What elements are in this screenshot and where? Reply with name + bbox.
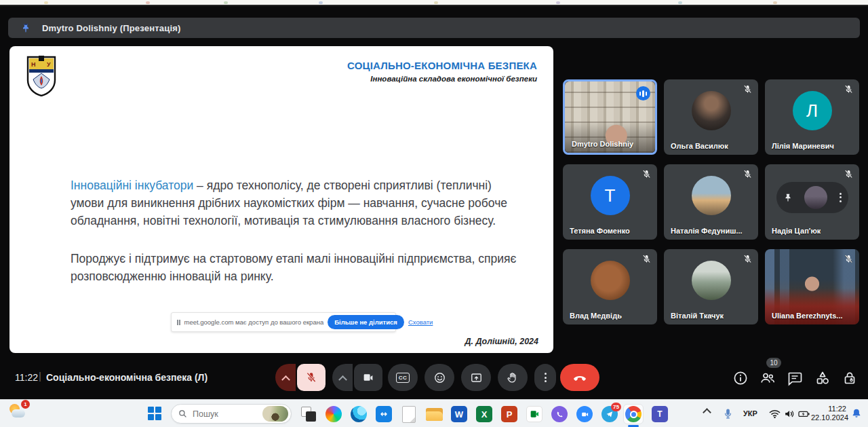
avatar (692, 261, 731, 300)
powerpoint-button[interactable]: P (499, 404, 519, 424)
slide-credit: Д. Долішній, 2024 (465, 337, 538, 346)
people-icon[interactable] (760, 370, 776, 386)
meeting-title: Соціально-економічна безпека (Л) (46, 372, 208, 383)
teams-button[interactable]: T (650, 404, 670, 424)
participant-name: Ольга Василюк (671, 142, 728, 150)
camera-button[interactable] (354, 364, 382, 391)
excel-button[interactable]: X (474, 404, 494, 424)
mic-off-icon (844, 254, 854, 264)
tab-favicon (773, 1, 777, 4)
more-options-button[interactable] (534, 364, 556, 391)
avatar (692, 176, 731, 215)
participant-tile-vitalii[interactable]: Віталій Ткачук (664, 249, 758, 324)
participant-name: Тетяна Фоменко (570, 227, 630, 235)
speaker-icon[interactable] (783, 407, 796, 420)
zoom-button[interactable] (574, 404, 595, 424)
search-icon (178, 409, 187, 418)
more-options-icon[interactable] (840, 193, 842, 202)
captions-button[interactable]: CC (388, 364, 418, 391)
smiley-icon (433, 371, 446, 384)
screen-share-notice: meet.google.com має доступ до вашого екр… (171, 312, 396, 332)
meet-app-button[interactable] (524, 404, 545, 424)
zoom-icon (576, 406, 593, 422)
task-view-icon (301, 407, 316, 422)
share-notice-message: meet.google.com має доступ до вашого екр… (184, 318, 324, 326)
slide-term-highlight: Інноваційні інкубатори (71, 179, 193, 192)
teamviewer-icon (376, 406, 392, 422)
copilot-button[interactable] (323, 404, 344, 424)
tray-time: 11:22 (811, 405, 846, 413)
viber-button[interactable] (549, 404, 570, 424)
word-button[interactable]: W (449, 404, 469, 424)
telegram-button[interactable]: 75 (599, 404, 620, 424)
stop-sharing-button[interactable]: Більше не ділитися (328, 315, 404, 329)
chrome-icon (625, 406, 642, 422)
chrome-button[interactable] (623, 404, 644, 424)
telegram-badge: 75 (611, 403, 621, 411)
mic-off-icon (743, 254, 753, 264)
present-screen-button[interactable] (461, 364, 491, 391)
avatar-initial: Л (806, 100, 818, 122)
participant-name: Uliana Berezhnyts... (772, 312, 843, 320)
participant-tile-vlad[interactable]: Влад Медвідь (563, 249, 657, 324)
participant-tile-nadiia[interactable]: Надія Цап'юк (765, 164, 859, 240)
tray-chevron-icon[interactable] (703, 408, 711, 417)
activities-icon[interactable] (814, 370, 831, 386)
reactions-button[interactable] (425, 364, 454, 391)
chat-icon[interactable] (787, 370, 803, 386)
meet-clock: 11:22 (15, 372, 38, 383)
participant-name: Наталія Федуниш... (671, 227, 743, 235)
host-controls-lock-icon[interactable] (842, 370, 858, 386)
battery-icon[interactable] (797, 407, 810, 420)
hand-icon (507, 371, 519, 384)
participant-tile-uliana[interactable]: Uliana Berezhnyts... (765, 249, 859, 324)
tray-clock[interactable]: 11:22 22.10.2024 (811, 405, 846, 422)
teamviewer-button[interactable] (374, 404, 394, 424)
pin-icon (20, 22, 31, 33)
language-indicator[interactable]: УКР (743, 409, 757, 417)
mic-off-icon (642, 169, 652, 179)
cc-icon: CC (396, 373, 410, 383)
tray-mic-icon[interactable] (722, 407, 734, 420)
svg-text:У: У (47, 61, 51, 68)
copilot-icon (326, 406, 342, 422)
slide-subtitle: Інноваційна складова економічної безпеки (370, 75, 537, 83)
cloud-icon (12, 409, 25, 417)
presentation-slide: Н У СОЦІАЛЬНО-ЕКОНОМІЧНА БЕЗПЕКА Інновац… (9, 46, 553, 353)
teams-icon: T (652, 406, 668, 422)
telegram-icon: 75 (601, 406, 618, 422)
participant-name: Лілія Мариневич (772, 142, 834, 150)
hide-notice-link[interactable]: Сховати (408, 318, 433, 326)
participant-tile-tetiana[interactable]: Т Тетяна Фоменко (563, 164, 657, 240)
document-app-button[interactable] (399, 404, 419, 424)
participants-count-badge: 10 (766, 358, 781, 368)
edge-button[interactable] (349, 404, 369, 424)
participant-name: Dmytro Dolishniy (572, 140, 633, 148)
file-explorer-button[interactable] (424, 404, 444, 424)
present-icon (470, 371, 483, 384)
search-input[interactable] (193, 409, 257, 419)
taskbar-search[interactable] (171, 404, 292, 424)
notification-bell-icon[interactable] (850, 407, 863, 420)
tab-favicon (678, 1, 682, 4)
search-highlight-image[interactable] (262, 406, 288, 422)
tile-hover-controls (776, 182, 848, 213)
participant-tile-olha[interactable]: Ольга Василюк (664, 79, 758, 155)
slide-paragraph-1: Інноваційні інкубатори – ядро технополіс… (71, 177, 518, 229)
notification-badge: 1 (21, 400, 30, 409)
widgets-weather-button[interactable]: 1 (8, 402, 28, 422)
participant-tile-dmytro[interactable]: Dmytro Dolishniy (563, 79, 657, 155)
wifi-icon[interactable] (768, 407, 781, 420)
browser-tab-strip[interactable] (0, 0, 868, 6)
participant-tile-nataliia[interactable]: Наталія Федуниш... (664, 164, 758, 240)
task-view-button[interactable] (298, 404, 319, 424)
pin-tile-icon[interactable] (783, 193, 793, 202)
raise-hand-button[interactable] (498, 364, 528, 391)
participant-name: Влад Медвідь (570, 312, 622, 320)
slide-paragraph-2: Породжує і підтримує на стартовому етапі… (71, 250, 532, 285)
end-call-button[interactable] (560, 364, 599, 391)
participant-tile-liliia[interactable]: Л Лілія Мариневич (765, 79, 859, 155)
start-button[interactable] (148, 407, 161, 420)
mic-mute-button[interactable] (297, 364, 326, 391)
info-icon[interactable] (732, 370, 749, 386)
